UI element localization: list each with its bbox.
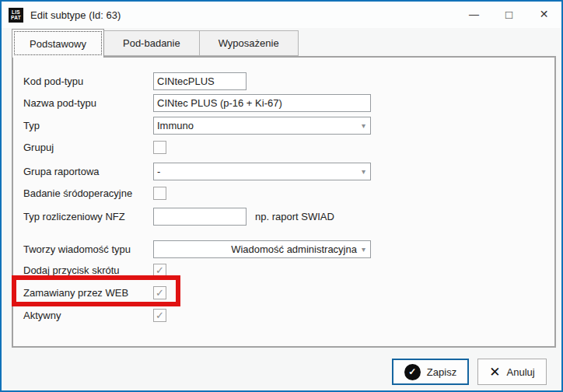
- grupa-raportowa-dropdown-value: -: [157, 166, 362, 177]
- form-row: Grupuj: [23, 140, 547, 154]
- grupa-raportowa-label: Grupa raportowa: [23, 166, 153, 177]
- zamawiany-przez-web-label: Zamawiany przez WEB: [23, 287, 153, 299]
- save-check-glyph: ✓: [408, 367, 416, 376]
- form-row: Grupa raportowa - ▾: [23, 163, 547, 180]
- typ-rozliczeniowy-nfz-input[interactable]: [153, 208, 247, 226]
- kod-pod-typu-input[interactable]: [153, 72, 247, 90]
- form-row: Typ Immuno ▾: [23, 117, 547, 135]
- checkmark-icon: ✓: [156, 310, 164, 320]
- close-button[interactable]: ✕: [526, 2, 561, 26]
- typ-label: Typ: [23, 120, 153, 131]
- tab-panel-podstawowy: Kod pod-typu Nazwa pod-typu Typ Immuno ▾…: [12, 56, 556, 348]
- save-button[interactable]: ✓ Zapisz: [392, 359, 469, 385]
- checkmark-icon: ✓: [156, 288, 164, 298]
- app-logo-line2: PAT: [11, 15, 21, 20]
- chevron-down-icon: ▾: [362, 121, 365, 130]
- nazwa-pod-typu-input[interactable]: [153, 94, 371, 112]
- nazwa-pod-typu-label: Nazwa pod-typu: [23, 97, 153, 109]
- tab-pod-badanie[interactable]: Pod-badanie: [104, 30, 200, 56]
- window-controls: — □ ✕: [456, 2, 561, 26]
- save-check-icon: ✓: [404, 364, 421, 380]
- dodaj-przycisk-skrotu-checkbox[interactable]: ✓: [153, 264, 166, 277]
- form-row: Zamawiany przez WEB ✓: [23, 285, 547, 299]
- nfz-hint-text: np. raport SWIAD: [255, 211, 334, 222]
- chevron-down-icon: ▾: [362, 245, 365, 254]
- form-row: Tworzy wiadomość typu Wiadomość administ…: [23, 240, 547, 258]
- zamawiany-przez-web-checkbox[interactable]: ✓: [153, 286, 166, 299]
- app-logo-line1: LIS: [12, 9, 20, 15]
- tworzy-wiadomosc-typu-label: Tworzy wiadomość typu: [23, 243, 153, 255]
- chevron-down-icon: ▾: [362, 167, 365, 176]
- tworzy-wiadomosc-typu-dropdown-value: Wiadomość administracyjna: [157, 243, 362, 255]
- typ-rozliczeniowy-nfz-label: Typ rozliczeniowy NFZ: [23, 211, 153, 222]
- aktywny-checkbox[interactable]: ✓: [153, 309, 166, 322]
- tab-podstawowy[interactable]: Podstawowy: [12, 29, 104, 58]
- badanie-srodoperacyjne-checkbox[interactable]: [153, 187, 166, 200]
- typ-dropdown-value: Immuno: [157, 120, 362, 131]
- grupuj-label: Grupuj: [23, 142, 153, 153]
- tab-wyposazenie[interactable]: Wyposażenie: [200, 30, 299, 56]
- checkmark-icon: ✓: [156, 265, 164, 275]
- form-row: Kod pod-typu: [23, 72, 547, 90]
- minimize-icon: —: [469, 9, 479, 19]
- save-button-label: Zapisz: [427, 366, 456, 378]
- form-row: Nazwa pod-typu: [23, 94, 547, 112]
- title-bar: LIS PAT Edit subtype (Id: 63) — □ ✕: [2, 2, 561, 28]
- form-row: Aktywny ✓: [23, 308, 547, 322]
- dodaj-przycisk-skrotu-label: Dodaj przycisk skrótu: [23, 264, 153, 276]
- cancel-button[interactable]: ✕ Anuluj: [477, 359, 547, 385]
- window-title: Edit subtype (Id: 63): [30, 9, 121, 21]
- dialog-edit-subtype: LIS PAT Edit subtype (Id: 63) — □ ✕ Pods…: [0, 0, 563, 392]
- form-row: Typ rozliczeniowy NFZ np. raport SWIAD: [23, 208, 547, 226]
- form-row: Dodaj przycisk skrótu ✓: [23, 263, 547, 277]
- minimize-button[interactable]: —: [456, 2, 491, 26]
- typ-dropdown[interactable]: Immuno ▾: [153, 117, 371, 135]
- badanie-srodoperacyjne-label: Badanie śródoperacyjne: [23, 187, 153, 199]
- grupuj-checkbox[interactable]: [153, 141, 166, 154]
- aktywny-label: Aktywny: [23, 310, 153, 321]
- cancel-button-label: Anuluj: [507, 366, 535, 378]
- close-icon: ✕: [540, 9, 549, 19]
- tworzy-wiadomosc-typu-dropdown[interactable]: Wiadomość administracyjna ▾: [153, 240, 371, 258]
- tab-strip: Podstawowy Pod-badanie Wyposażenie: [12, 29, 299, 58]
- kod-pod-typu-label: Kod pod-typu: [23, 75, 153, 87]
- maximize-button[interactable]: □: [491, 2, 526, 26]
- maximize-icon: □: [505, 9, 512, 20]
- app-logo-icon: LIS PAT: [9, 8, 23, 23]
- cancel-x-icon: ✕: [489, 366, 500, 379]
- form-row: Badanie śródoperacyjne: [23, 186, 547, 200]
- grupa-raportowa-dropdown[interactable]: - ▾: [153, 163, 371, 180]
